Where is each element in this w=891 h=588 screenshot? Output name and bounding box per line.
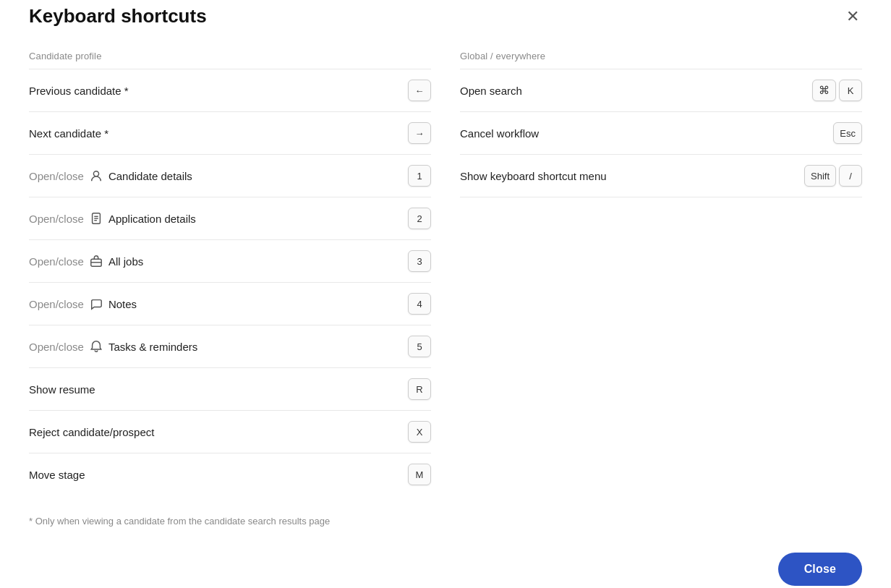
key-slash: / (839, 165, 862, 187)
key-cmd: ⌘ (812, 80, 836, 101)
shortcut-label: Reject candidate/prospect (29, 426, 154, 438)
close-modal-icon-button[interactable]: ✕ (843, 6, 862, 27)
shortcut-label: Open/close Notes (29, 297, 137, 310)
key-5: 5 (408, 336, 431, 357)
shortcut-label: Open search (460, 85, 522, 97)
footnote: * Only when viewing a candidate from the… (29, 516, 431, 527)
shortcut-label: Open/close All jobs (29, 255, 143, 268)
chat-icon (90, 297, 103, 310)
shortcut-label: Previous candidate * (29, 85, 129, 97)
modal-header: Keyboard shortcuts ✕ (29, 5, 862, 27)
shortcut-label: Open/close Tasks & reminders (29, 340, 197, 353)
shortcut-notes: Open/close Notes 4 (29, 282, 431, 325)
x-icon: ✕ (846, 9, 859, 25)
modal-footer: Close (29, 553, 862, 586)
key-group: M (408, 464, 431, 485)
key-group: 5 (408, 336, 431, 357)
global-section-label: Global / everywhere (460, 51, 862, 61)
key-esc: Esc (833, 122, 862, 144)
key-x: X (408, 421, 431, 443)
key-3: 3 (408, 250, 431, 272)
key-group: R (408, 378, 431, 400)
shortcut-show-keyboard-menu: Show keyboard shortcut menu Shift / (460, 154, 862, 197)
key-group: Shift / (804, 165, 862, 187)
shortcut-label: Move stage (29, 469, 85, 481)
shortcut-show-resume: Show resume R (29, 367, 431, 410)
document-icon (90, 212, 103, 225)
key-m: M (408, 464, 431, 485)
close-button[interactable]: Close (778, 553, 862, 586)
global-column: Global / everywhere Open search ⌘ K Canc… (460, 51, 862, 527)
shortcut-label: Next candidate * (29, 127, 108, 140)
modal-overlay: Keyboard shortcuts ✕ Candidate profile P… (0, 0, 891, 588)
key-2: 2 (408, 208, 431, 229)
key-group: ⌘ K (812, 80, 862, 101)
key-group: 3 (408, 250, 431, 272)
key-r: R (408, 378, 431, 400)
shortcut-label: Show keyboard shortcut menu (460, 170, 607, 182)
shortcut-open-search: Open search ⌘ K (460, 69, 862, 111)
shortcut-label: Open/close Application details (29, 212, 196, 225)
key-k: K (839, 80, 862, 101)
shortcut-application-details: Open/close Application details (29, 197, 431, 239)
shortcuts-columns: Candidate profile Previous candidate * ←… (29, 51, 862, 527)
key-group: → (408, 122, 431, 144)
key-group: X (408, 421, 431, 443)
key-group: 1 (408, 165, 431, 187)
key-4: 4 (408, 293, 431, 315)
key-group: Esc (833, 122, 862, 144)
shortcut-label: Cancel workflow (460, 127, 539, 140)
shortcut-tasks-reminders: Open/close Tasks & reminders 5 (29, 325, 431, 367)
key-group: 4 (408, 293, 431, 315)
shortcut-cancel-workflow: Cancel workflow Esc (460, 111, 862, 154)
shortcut-label: Open/close Candidate details (29, 169, 192, 182)
bell-icon (90, 340, 103, 353)
shortcut-label: Show resume (29, 383, 95, 396)
key-shift: Shift (804, 165, 836, 187)
shortcut-move-stage: Move stage M (29, 453, 431, 495)
key-arrow-left: ← (408, 80, 431, 101)
candidate-profile-section-label: Candidate profile (29, 51, 431, 61)
svg-point-0 (93, 171, 98, 176)
briefcase-icon (90, 255, 103, 268)
key-1: 1 (408, 165, 431, 187)
shortcut-previous-candidate: Previous candidate * ← (29, 69, 431, 111)
modal-title: Keyboard shortcuts (29, 5, 207, 27)
shortcut-candidate-details: Open/close Candidate details 1 (29, 154, 431, 197)
shortcut-all-jobs: Open/close All jobs 3 (29, 239, 431, 282)
shortcut-next-candidate: Next candidate * → (29, 111, 431, 154)
candidate-profile-column: Candidate profile Previous candidate * ←… (29, 51, 431, 527)
person-icon (90, 169, 103, 182)
shortcut-reject-candidate: Reject candidate/prospect X (29, 410, 431, 453)
key-arrow-right: → (408, 122, 431, 144)
key-group: 2 (408, 208, 431, 229)
keyboard-shortcuts-modal: Keyboard shortcuts ✕ Candidate profile P… (0, 0, 891, 588)
key-group: ← (408, 80, 431, 101)
